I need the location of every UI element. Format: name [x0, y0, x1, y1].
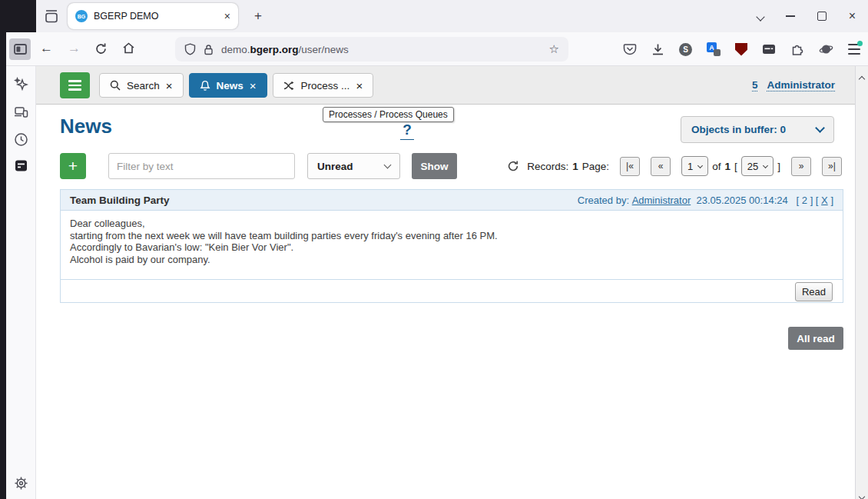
app-header: Search × News × Proce	[36, 66, 855, 105]
help-link[interactable]: ?	[400, 121, 414, 140]
close-bracket-close: ]	[828, 195, 833, 206]
pocket-icon[interactable]	[623, 42, 637, 56]
lock-icon[interactable]	[204, 44, 214, 55]
news-close-link[interactable]: X	[821, 195, 828, 206]
refresh-icon[interactable]	[507, 160, 519, 172]
scroll-up-icon[interactable]	[860, 71, 864, 75]
back-button[interactable]: ←	[40, 41, 53, 56]
page-select[interactable]: 1	[681, 156, 708, 176]
planet-icon[interactable]	[819, 42, 833, 56]
browser-tab-title: BGERP DEMO	[94, 11, 224, 22]
last-page-button[interactable]: »|	[822, 157, 842, 176]
status-filter-value: Unread	[317, 161, 385, 172]
search-icon	[110, 80, 121, 91]
tab-label: Search	[127, 80, 160, 91]
scroll-down-icon[interactable]	[860, 488, 864, 493]
news-item-header: Team Building Party Created by: Administ…	[61, 190, 843, 211]
all-read-button[interactable]: All read	[788, 327, 843, 350]
page-title: News	[60, 115, 112, 138]
url-text[interactable]: demo.bgerp.org/user/news	[221, 44, 349, 55]
news-count-badge: [ 2 ]	[788, 195, 816, 206]
home-button[interactable]	[122, 42, 135, 55]
new-tab-button[interactable]: +	[249, 7, 267, 25]
browser-tab[interactable]: BG BGERP DEMO ×	[68, 3, 238, 29]
news-title: Team Building Party	[70, 195, 578, 206]
close-tab-icon[interactable]: ×	[224, 11, 230, 22]
card-icon[interactable]	[762, 43, 776, 55]
ublock-icon[interactable]	[735, 43, 747, 56]
records-label: Records:	[527, 161, 568, 172]
chevron-down-icon	[697, 162, 703, 168]
pagination-bar: Records: 1 Page: |« « 1 of 1 [ 25 ] » »|	[507, 153, 842, 179]
extensions-puzzle-icon[interactable]	[790, 42, 804, 56]
app-menu-button[interactable]	[60, 72, 90, 98]
close-window-button[interactable]: ×	[849, 10, 856, 22]
notification-dot	[857, 41, 863, 46]
prev-page-button[interactable]: «	[651, 157, 671, 176]
bookmarks-drive-icon[interactable]	[14, 159, 28, 174]
forward-button[interactable]: →	[68, 41, 81, 56]
records-value: 1	[572, 161, 578, 172]
close-icon[interactable]: ×	[356, 79, 363, 92]
chevron-down-icon	[384, 161, 392, 169]
user-area: 5 Administrator	[752, 79, 835, 91]
browser-tabstrip: BG BGERP DEMO × + ×	[6, 0, 868, 32]
history-clock-icon[interactable]	[14, 132, 28, 147]
shuffle-icon	[283, 81, 295, 91]
site-favicon: BG	[75, 10, 88, 22]
maximize-button[interactable]	[817, 12, 827, 21]
news-item-footer: Read	[61, 280, 843, 302]
buffer-label: Objects in buffer: 0	[691, 124, 817, 135]
tooltip: Processes / Process Queues	[323, 107, 454, 122]
filter-input[interactable]	[108, 153, 295, 179]
extension-s-icon[interactable]: S	[679, 43, 692, 56]
of-value: 1	[724, 161, 731, 172]
created-by-label: Created by:	[578, 195, 632, 206]
synced-tabs-icon[interactable]	[14, 105, 28, 119]
list-tabs-icon[interactable]	[757, 9, 764, 23]
ai-sparkle-icon[interactable]	[14, 77, 28, 91]
close-icon[interactable]: ×	[166, 79, 173, 92]
news-body: Dear colleagues, starting from the next …	[61, 211, 843, 280]
window-edge	[0, 0, 6, 499]
translate-icon[interactable]: A	[707, 42, 721, 56]
settings-gear-icon[interactable]	[14, 476, 28, 491]
tab-process[interactable]: Process ... ×	[273, 73, 374, 98]
bracket-open: [	[734, 161, 737, 172]
user-count-link[interactable]: 5	[752, 79, 758, 91]
bookmark-star-icon[interactable]: ☆	[549, 42, 559, 56]
show-button[interactable]: Show	[412, 153, 457, 179]
first-page-button[interactable]: |«	[620, 157, 640, 176]
tab-news[interactable]: News ×	[189, 73, 267, 98]
close-icon[interactable]: ×	[250, 79, 257, 92]
downloads-icon[interactable]	[651, 43, 664, 56]
firefox-sidebar	[6, 66, 36, 499]
chevron-down-icon	[763, 162, 768, 168]
minimize-button[interactable]	[786, 15, 795, 17]
app-menu-icon[interactable]	[848, 44, 860, 55]
page-label: Page:	[582, 161, 609, 172]
news-meta: Created by: Administrator 23.05.2025 00:…	[578, 195, 833, 206]
reload-button[interactable]	[94, 42, 108, 55]
status-filter-select[interactable]: Unread	[307, 153, 400, 179]
page-content: Search × News × Proce	[36, 66, 855, 499]
tabstrip-dark-corner	[6, 0, 36, 32]
user-name-link[interactable]: Administrator	[767, 79, 835, 91]
buffer-dropdown[interactable]: Objects in buffer: 0	[681, 116, 834, 143]
news-item: Team Building Party Created by: Administ…	[60, 189, 843, 303]
bracket-close: ]	[777, 161, 780, 172]
page-size-select[interactable]: 25	[741, 156, 774, 176]
author-link[interactable]: Administrator	[632, 195, 691, 206]
add-news-button[interactable]: +	[60, 153, 86, 179]
close-bracket-open: [	[816, 195, 821, 206]
read-button[interactable]: Read	[795, 282, 833, 301]
shield-icon[interactable]	[184, 43, 196, 55]
sidebar-toggle-button[interactable]	[9, 38, 31, 60]
next-page-button[interactable]: »	[791, 157, 811, 176]
firefox-view-icon[interactable]	[43, 8, 60, 25]
url-bar[interactable]: demo.bgerp.org/user/news ☆	[175, 37, 568, 62]
page-scrollbar[interactable]	[855, 66, 868, 499]
news-timestamp: 23.05.2025 00:14:24	[691, 195, 788, 206]
chevron-down-icon	[815, 123, 825, 133]
tab-search[interactable]: Search ×	[99, 73, 184, 98]
